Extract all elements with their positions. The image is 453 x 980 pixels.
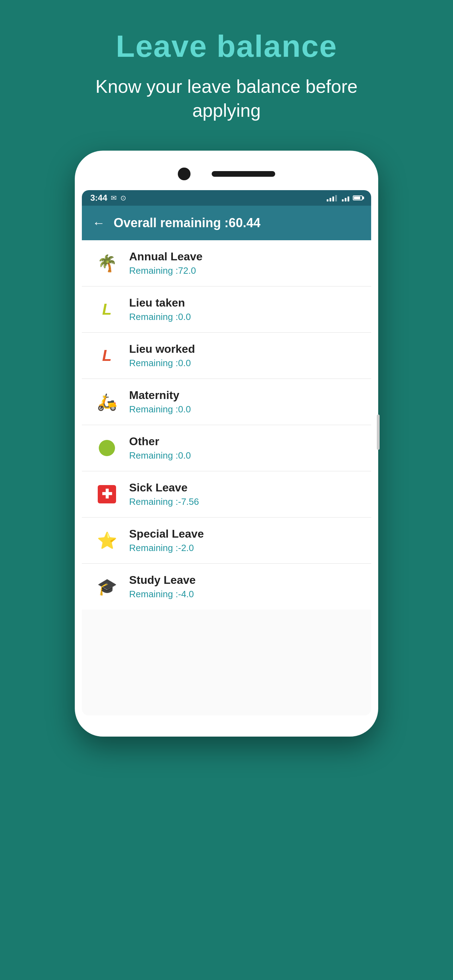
- status-left: 3:44 ✉ ⊙: [90, 193, 126, 203]
- lieu-worked-remaining: Remaining :0.0: [129, 358, 195, 369]
- battery-icon: [353, 196, 363, 200]
- sick-leave-name: Sick Leave: [129, 481, 199, 494]
- maternity-text: Maternity Remaining :0.0: [129, 389, 191, 415]
- other-remaining: Remaining :0.0: [129, 450, 191, 461]
- sick-leave-remaining: Remaining :-7.56: [129, 496, 199, 507]
- wifi-icon: [327, 194, 337, 201]
- header-title: Overall remaining :60.44: [114, 216, 261, 231]
- study-leave-icon: 🎓: [95, 574, 119, 599]
- phone-camera: [178, 167, 191, 180]
- special-leave-name: Special Leave: [129, 527, 204, 541]
- lieu-taken-name: Lieu taken: [129, 296, 191, 309]
- special-leave-text: Special Leave Remaining :-2.0: [129, 527, 204, 554]
- annual-leave-name: Annual Leave: [129, 250, 202, 263]
- empty-area: [82, 609, 371, 716]
- list-item: ⭐ Special Leave Remaining :-2.0: [82, 517, 371, 564]
- mail-icon: ✉: [111, 194, 117, 202]
- back-button[interactable]: ←: [92, 216, 105, 231]
- sick-leave-icon: ✚: [95, 482, 119, 507]
- phone-mockup: 3:44 ✉ ⊙ ← Overall remaining :60.44: [75, 151, 378, 737]
- annual-leave-text: Annual Leave Remaining :72.0: [129, 250, 202, 276]
- lieu-taken-text: Lieu taken Remaining :0.0: [129, 296, 191, 323]
- signal-icon: [342, 194, 349, 201]
- lieu-worked-text: Lieu worked Remaining :0.0: [129, 342, 195, 369]
- special-leave-remaining: Remaining :-2.0: [129, 542, 204, 554]
- study-leave-name: Study Leave: [129, 574, 196, 587]
- phone-speaker: [212, 171, 275, 177]
- phone-top-area: [82, 161, 371, 187]
- list-item: 🛵 Maternity Remaining :0.0: [82, 379, 371, 425]
- list-item: Other Remaining :0.0: [82, 425, 371, 471]
- maternity-name: Maternity: [129, 389, 191, 402]
- annual-leave-remaining: Remaining :72.0: [129, 265, 202, 276]
- lieu-worked-icon: L: [95, 343, 119, 368]
- sick-leave-text: Sick Leave Remaining :-7.56: [129, 481, 199, 507]
- other-name: Other: [129, 435, 191, 448]
- list-item: L Lieu taken Remaining :0.0: [82, 286, 371, 332]
- status-time: 3:44: [90, 193, 107, 203]
- lieu-taken-icon: L: [95, 297, 119, 322]
- list-item: ✚ Sick Leave Remaining :-7.56: [82, 471, 371, 517]
- list-item: 🌴 Annual Leave Remaining :72.0: [82, 240, 371, 286]
- page-title: Leave balance: [116, 28, 337, 64]
- annual-leave-icon: 🌴: [95, 251, 119, 275]
- maternity-remaining: Remaining :0.0: [129, 404, 191, 415]
- list-item: L Lieu worked Remaining :0.0: [82, 332, 371, 379]
- lieu-taken-remaining: Remaining :0.0: [129, 312, 191, 323]
- study-leave-text: Study Leave Remaining :-4.0: [129, 574, 196, 600]
- phone-screen: 3:44 ✉ ⊙ ← Overall remaining :60.44: [82, 190, 371, 716]
- list-item: 🎓 Study Leave Remaining :-4.0: [82, 564, 371, 609]
- study-leave-remaining: Remaining :-4.0: [129, 589, 196, 600]
- other-text: Other Remaining :0.0: [129, 435, 191, 461]
- maternity-icon: 🛵: [95, 390, 119, 414]
- status-bar: 3:44 ✉ ⊙: [82, 190, 371, 206]
- status-right: [327, 194, 363, 201]
- page-subtitle: Know your leave balance before applying: [68, 75, 385, 123]
- app-header: ← Overall remaining :60.44: [82, 206, 371, 240]
- other-icon: [95, 436, 119, 460]
- lieu-worked-name: Lieu worked: [129, 342, 195, 356]
- leave-list: 🌴 Annual Leave Remaining :72.0 L Lieu ta…: [82, 240, 371, 609]
- scroll-indicator: [377, 415, 380, 450]
- special-leave-icon: ⭐: [95, 528, 119, 553]
- sync-icon: ⊙: [120, 194, 126, 202]
